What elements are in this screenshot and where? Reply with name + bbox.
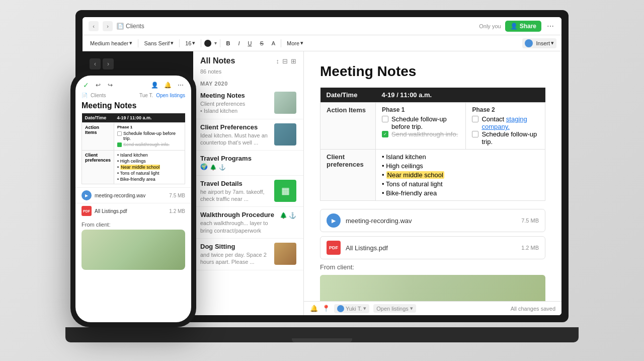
note-editor-body[interactable]: Meeting Notes Date/Time 4-19 / 11:00 a.m… — [304, 51, 561, 301]
visibility-label: Only you — [479, 23, 501, 29]
pref-item-1: • High ceilings — [382, 162, 539, 170]
more-dropdown[interactable]: More ▾ — [284, 39, 306, 47]
phone-breadcrumb: 📄 Clients Tue T. Open listings — [75, 92, 191, 99]
client-photo — [320, 275, 545, 301]
pref-item-4: • Bike-friendly area — [382, 189, 539, 197]
phone-attachment-wav[interactable]: ▶ meeting-recording.wav 7.5 MB — [75, 187, 191, 203]
note-item-preview: and twice per day. Space 2 hours apart. … — [200, 251, 270, 266]
laptop-base — [65, 327, 579, 342]
open-listings-link[interactable]: Open listings — [156, 93, 185, 98]
note-item-title: Meeting Notes — [200, 92, 270, 99]
client-photo-inner — [320, 275, 545, 301]
redo-icon[interactable]: ↪ — [106, 81, 115, 90]
check-text: Schedule follow-up trip. — [481, 130, 539, 146]
person-icon[interactable]: 👤 — [150, 81, 159, 90]
open-listings-button[interactable]: Open listings ▾ — [373, 304, 416, 313]
phone-phase1: Phase 1 — [117, 125, 182, 129]
checkbox-3[interactable] — [472, 116, 478, 122]
phone-prefs: • Island kitchen • High ceilings • Near … — [117, 153, 182, 182]
phone-checkbox-2[interactable] — [117, 142, 122, 147]
phase1-cell: Phase 1 Schedule follow-up before trip. … — [376, 103, 466, 150]
note-item-4[interactable]: Walkthrough Procedure each walkthrough..… — [193, 207, 303, 239]
view-button[interactable]: ⊞ — [291, 57, 296, 65]
strikethrough-button[interactable]: S — [257, 39, 266, 47]
note-item-text: Dog Sitting and twice per day. Space 2 h… — [200, 243, 270, 266]
attachment-wav[interactable]: ▶ meeting-recording.wav 7.5 MB — [320, 209, 545, 232]
phase1-label: Phase 1 — [382, 106, 459, 113]
note-item-title: Client Preferences — [200, 123, 270, 131]
share-button[interactable]: 👤 Share — [505, 21, 541, 32]
checkbox-1[interactable] — [382, 116, 388, 122]
prefs-cell: • Island kitchen • High ceilings • Near … — [376, 150, 545, 201]
staging-link[interactable]: staging company. — [481, 115, 527, 130]
notes-section-label: MAY 2020 — [193, 78, 303, 88]
underline-button[interactable]: U — [245, 39, 254, 47]
phone-note-title: Meeting Notes — [75, 99, 191, 113]
note-item-title: Walkthrough Procedure — [200, 211, 276, 219]
sidebar-forward-button[interactable]: › — [103, 58, 114, 69]
check-text: Schedule follow-up before trip. — [391, 115, 459, 130]
table-header-datetime: Date/Time — [320, 88, 376, 103]
bold-button[interactable]: B — [223, 39, 232, 47]
filter-button[interactable]: ⊟ — [282, 57, 288, 65]
insert-area: Insert ▾ — [522, 38, 556, 48]
forward-button[interactable]: › — [103, 21, 113, 31]
notes-items: Meeting Notes Client preferences• Island… — [193, 88, 303, 315]
checkbox-2[interactable]: ✓ — [382, 131, 388, 137]
attachment-pdf[interactable]: PDF All Listings.pdf 1.2 MB — [320, 236, 545, 259]
phone-attachment-pdf[interactable]: PDF All Listings.pdf 1.2 MB — [75, 203, 191, 219]
note-item-0[interactable]: Meeting Notes Client preferences• Island… — [193, 88, 303, 119]
note-item-text: Travel Programs 🌍🌲⚓ — [200, 155, 296, 171]
check-text: Contact staging company. — [481, 115, 539, 130]
phone-prefs-row: Client preferences • Island kitchen • Hi… — [82, 151, 185, 184]
sidebar-back-button[interactable]: ‹ — [90, 58, 101, 69]
insert-dropdown[interactable]: Insert ▾ — [522, 38, 556, 48]
phone-checkbox-1[interactable] — [117, 131, 122, 136]
chevron-down-icon: ▾ — [192, 40, 195, 46]
back-button[interactable]: ‹ — [89, 21, 99, 31]
note-item-2[interactable]: Travel Programs 🌍🌲⚓ — [193, 151, 303, 176]
phone-prefs-cell: • Island kitchen • High ceilings • Near … — [114, 151, 185, 184]
more-icon[interactable]: ⋯ — [176, 81, 185, 90]
topbar-right: Only you 👤 Share ⋯ — [479, 21, 555, 32]
color-picker[interactable] — [204, 40, 211, 47]
note-thumbnail — [274, 92, 296, 114]
sort-button[interactable]: ↕ — [276, 57, 280, 65]
row-label-prefs: Client preferences — [320, 150, 376, 201]
style-dropdown[interactable]: Medium header ▾ — [88, 39, 135, 47]
note-thumbnail — [274, 123, 296, 146]
bell-icon[interactable]: 🔔 — [163, 81, 172, 90]
pref-item-0: • Island kitchen — [382, 153, 539, 161]
undo-icon[interactable]: ↩ — [94, 81, 103, 90]
highlight-button[interactable]: A — [269, 39, 278, 47]
chevron-down-icon: ▾ — [363, 305, 366, 312]
notification-icon: 🔔 — [310, 305, 318, 312]
breadcrumb-icon: 📄 — [82, 93, 88, 98]
checkbox-4[interactable] — [472, 131, 478, 137]
note-thumbnail: ▦ — [274, 180, 296, 202]
phone-attach-name: All Listings.pdf — [95, 208, 166, 214]
note-item-3[interactable]: Travel Details he airport by 7am. takeof… — [193, 176, 303, 207]
note-item-text: Client Preferences Ideal kitchen. Must h… — [200, 123, 270, 147]
yuki-button[interactable]: Yuki T. ▾ — [334, 304, 369, 313]
phone-highlight: Near middle school — [120, 165, 160, 170]
note-item-5[interactable]: Dog Sitting and twice per day. Space 2 h… — [193, 239, 303, 270]
size-dropdown[interactable]: 16 ▾ — [183, 39, 198, 47]
attachment-name: All Listings.pdf — [346, 244, 516, 252]
chevron-down-icon: ▾ — [551, 40, 554, 46]
italic-button[interactable]: I — [235, 39, 242, 47]
phone-check-text: Schedule follow-up before trip. — [123, 131, 182, 141]
font-dropdown[interactable]: Sans Serif ▾ — [141, 39, 176, 47]
note-item-1[interactable]: Client Preferences Ideal kitchen. Must h… — [193, 119, 303, 151]
toolbar-separator-3 — [201, 39, 201, 47]
meeting-table: Date/Time 4-19 / 11:00 a.m. Action Items… — [320, 88, 545, 201]
note-thumbnail — [274, 243, 296, 265]
chevron-down-icon: ▾ — [410, 305, 413, 312]
doc-icon: 📄 — [117, 23, 124, 30]
note-item-title: Travel Details — [200, 180, 270, 187]
more-button[interactable]: ⋯ — [545, 21, 555, 31]
table-header-value: 4-19 / 11:00 a.m. — [376, 88, 545, 103]
notes-list-actions: ↕ ⊟ ⊞ — [276, 57, 297, 65]
check-item-3: Contact staging company. — [472, 115, 539, 130]
phone-th-date: Date/Time — [82, 113, 114, 123]
